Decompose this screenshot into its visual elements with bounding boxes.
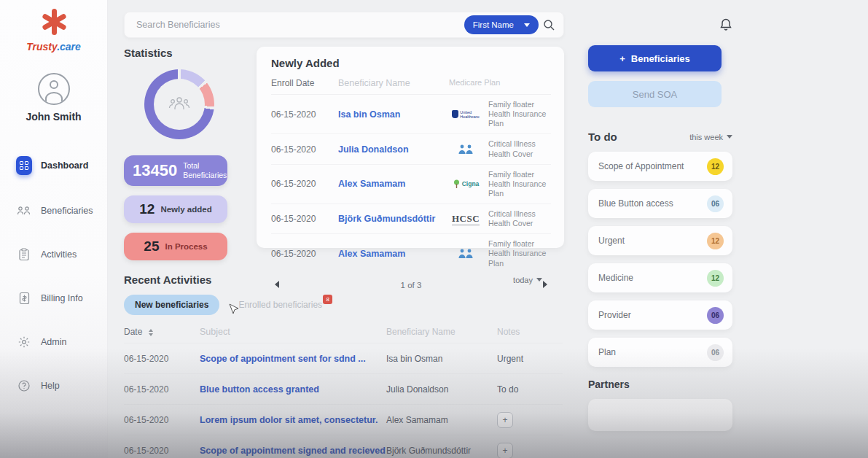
tab-enrolled-beneficiaries[interactable]: Enrolled beneficiaries 8	[238, 300, 322, 310]
todo-filter-dropdown[interactable]: this week	[689, 133, 732, 141]
send-soa-button[interactable]: Send SOA	[588, 81, 722, 107]
user-profile[interactable]: John Smith	[0, 73, 107, 123]
search-icon	[543, 19, 555, 31]
plan-name: Family floater Health Insurance Plan	[488, 100, 551, 128]
beneficiary-link[interactable]: Alex Samamam	[338, 179, 449, 189]
stat-label: Total Beneficiaries	[183, 161, 227, 179]
notifications-button[interactable]	[719, 15, 732, 36]
activity-subject-link[interactable]: Scope of appointment sent for sdnd ...	[200, 354, 386, 364]
beneficiaries-donut-chart	[144, 69, 214, 139]
recent-activities-filter-dropdown[interactable]: today	[513, 276, 542, 284]
sidebar-item-dashboard[interactable]: Dashboard	[0, 149, 107, 182]
column-header-date: Date	[124, 327, 142, 337]
chevron-down-icon	[524, 23, 530, 27]
column-header-notes: Notes	[497, 327, 563, 337]
filter-label: today	[513, 276, 533, 284]
table-row: 06-15-2020 Alex Samamam Family floater H…	[271, 234, 551, 273]
insurer-logo-icon	[449, 248, 482, 259]
todo-item-provider[interactable]: Provider 06	[588, 300, 732, 330]
sidebar-item-beneficiaries[interactable]: Beneficiaries	[0, 195, 107, 226]
insurer-logo-icon: HCSC	[449, 213, 482, 225]
recent-activities-panel: Recent Activities today New beneficiarie…	[124, 273, 564, 458]
search-bar: First Name	[124, 12, 564, 38]
count-badge: 06	[707, 307, 724, 324]
activity-tabs: New beneficiaries Enrolled beneficiaries…	[124, 295, 563, 315]
beneficiary-link[interactable]: Julia Donaldson	[338, 144, 449, 155]
enroll-date: 06-15-2020	[271, 179, 338, 189]
prev-page-button[interactable]	[274, 281, 280, 290]
beneficiary-link[interactable]: Isa bin Osman	[338, 109, 449, 120]
sidebar-item-help[interactable]: Help	[0, 370, 107, 401]
todo-title: To do	[588, 131, 617, 143]
todo-item-plan[interactable]: Plan 06	[588, 338, 732, 367]
todo-item-medicine[interactable]: Medicine 12	[588, 263, 732, 292]
plan-name: Critical Illness Health Cover	[488, 209, 551, 228]
partners-title: Partners	[588, 379, 732, 390]
enroll-date: 06-15-2020	[271, 249, 338, 259]
next-page-icon	[542, 281, 548, 288]
gear-icon	[16, 334, 32, 350]
table-row: 06-15-2020 Blue button access granted Ju…	[124, 373, 563, 404]
stat-value: 12	[139, 201, 155, 217]
right-panel: + Beneficiaries Send SOA To do this week…	[574, 0, 868, 458]
count-badge: 12	[707, 233, 724, 249]
activity-beneficiary: Isa bin Osman	[386, 354, 497, 364]
search-input[interactable]	[136, 20, 464, 30]
add-note-button[interactable]: +	[497, 412, 513, 428]
sidebar-item-activities[interactable]: Activities	[0, 239, 107, 270]
insurer-logo-icon	[449, 144, 482, 155]
activity-subject-link[interactable]: Blue button access granted	[200, 384, 386, 395]
brand-logo: Trusty.care	[0, 7, 107, 53]
activity-note: To do	[497, 384, 563, 395]
statistics-title: Statistics	[124, 47, 249, 59]
search-filter-dropdown[interactable]: First Name	[464, 15, 539, 34]
people-group-icon	[167, 96, 192, 113]
beneficiary-link[interactable]: Björk Guðmundsdóttir	[338, 214, 449, 224]
sort-icon[interactable]	[149, 329, 153, 336]
plan-name: Family floater Health Insurance Plan	[488, 239, 551, 268]
beneficiary-link[interactable]: Alex Samamam	[338, 249, 449, 259]
clipboard-icon	[16, 247, 32, 263]
activity-subject-link[interactable]: Scope of appointment signed and recieved	[200, 446, 386, 456]
table-row: 06-15-2020 Lorem ipsum dolor sit amet, c…	[124, 404, 563, 435]
enroll-date: 06-15-2020	[271, 109, 338, 120]
search-button[interactable]	[539, 15, 559, 35]
prev-page-icon	[274, 281, 280, 288]
notification-badge: 8	[323, 295, 332, 304]
stat-card-in-process[interactable]: 25 In Process	[124, 233, 227, 260]
count-badge: 06	[707, 344, 724, 361]
filter-label: this week	[689, 133, 723, 141]
column-header-subject: Subject	[200, 327, 386, 337]
partners-card[interactable]	[588, 399, 732, 431]
table-row: 06-15-2020 Isa bin Osman UnitedHealthcar…	[271, 95, 551, 134]
sidebar-item-billing-info[interactable]: Billing Info	[0, 283, 107, 314]
people-icon	[16, 203, 32, 219]
bell-icon	[719, 18, 732, 32]
todo-item-blue-button-access[interactable]: Blue Button access 06	[588, 189, 732, 218]
stat-label: In Process	[165, 242, 207, 251]
table-row: 06-15-2020 Scope of appointment sent for…	[124, 343, 563, 373]
statistics-panel: Statistics 13450 Total Beneficiaries 12 …	[124, 47, 249, 260]
todo-item-scope-of-appointment[interactable]: Scope of Appointment 12	[588, 152, 732, 181]
next-page-button[interactable]	[542, 281, 548, 290]
plan-name: Critical Illness Health Cover	[488, 139, 551, 158]
activities-header-row: Date Subject Beneficiary Name Notes	[124, 327, 563, 343]
count-badge: 12	[707, 158, 724, 175]
sidebar-nav: Dashboard Beneficiaries Activities Billi…	[0, 149, 107, 401]
newly-added-panel: Newly Added Enroll Date Beneficiary Name…	[257, 47, 564, 248]
insurer-logo-icon: Cigna	[449, 179, 482, 189]
sidebar-item-admin[interactable]: Admin	[0, 327, 107, 357]
count-badge: 06	[707, 195, 724, 212]
add-note-button[interactable]: +	[497, 443, 513, 458]
tab-new-beneficiaries[interactable]: New beneficiaries	[124, 295, 219, 315]
stat-card-newly-added[interactable]: 12 Newly added	[124, 195, 227, 223]
stat-card-total-beneficiaries[interactable]: 13450 Total Beneficiaries	[124, 155, 227, 186]
activity-beneficiary: Björk Guðmundsdóttir	[386, 446, 497, 456]
add-beneficiaries-button[interactable]: + Beneficiaries	[588, 45, 722, 71]
activity-subject-link[interactable]: Lorem ipsum dolor sit amet, consectetur.	[200, 415, 386, 425]
todo-item-urgent[interactable]: Urgent 12	[588, 226, 732, 255]
app-window: Trusty.care John Smith Dashboard Benefic…	[0, 0, 868, 458]
activity-date: 06-15-2020	[124, 354, 200, 364]
column-header-enroll-date: Enroll Date	[271, 78, 338, 88]
search-filter-label: First Name	[473, 20, 514, 29]
